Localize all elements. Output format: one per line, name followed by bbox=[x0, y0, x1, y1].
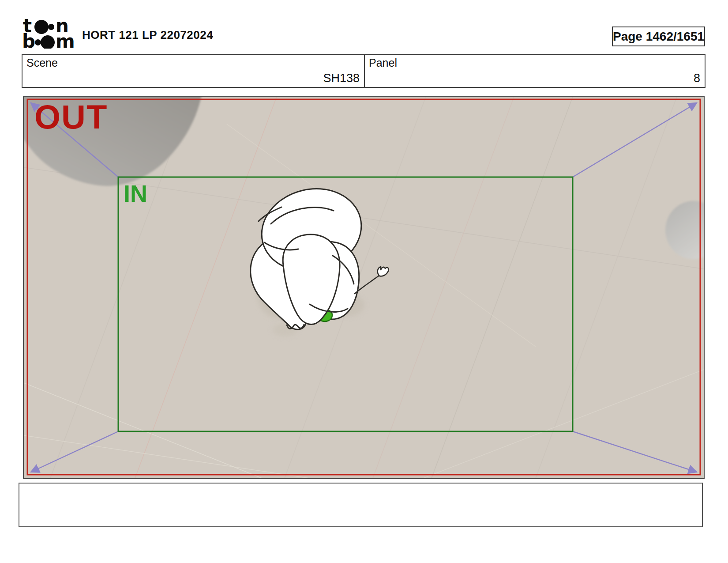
storyboard-panel-image: OUT IN bbox=[23, 96, 705, 479]
scene-panel-row: Scene SH138 Panel 8 bbox=[22, 54, 705, 88]
panel-label: Panel bbox=[369, 57, 397, 69]
camera-out-label: OUT bbox=[34, 100, 108, 134]
scene-value: SH138 bbox=[323, 72, 360, 85]
toonboom-logo: t n b m bbox=[22, 19, 80, 49]
project-title: HORT 121 LP 22072024 bbox=[82, 28, 213, 42]
camera-in-label: IN bbox=[124, 181, 147, 205]
scene-cell: Scene SH138 bbox=[23, 55, 365, 87]
scene-label: Scene bbox=[26, 57, 58, 69]
panel-cell: Panel 8 bbox=[365, 55, 705, 87]
page-number-badge: Page 1462/1651 bbox=[612, 26, 705, 46]
logo-letter-m: m bbox=[56, 30, 75, 49]
storyboard-drawing bbox=[24, 97, 704, 478]
logo-letter-b: b bbox=[22, 30, 35, 49]
panel-value: 8 bbox=[694, 72, 700, 85]
caption-box bbox=[19, 483, 703, 527]
